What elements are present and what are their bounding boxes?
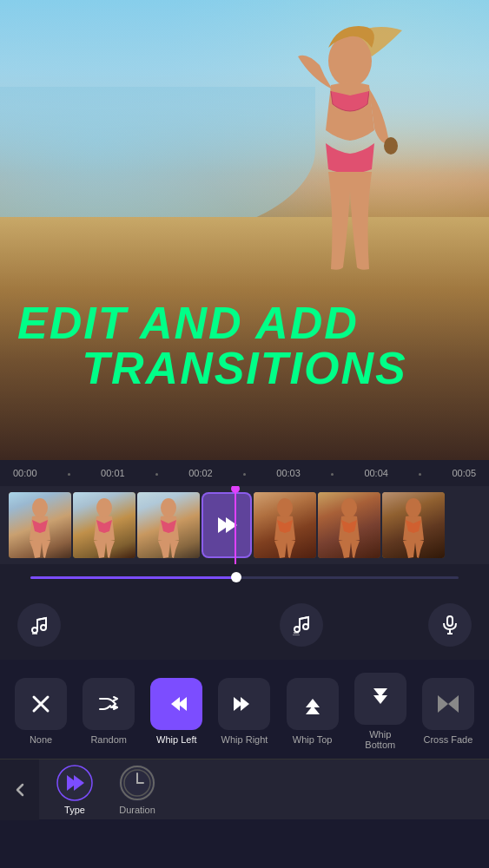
music-icon-2 <box>291 615 312 635</box>
svg-point-8 <box>341 498 357 517</box>
timeline-area: 00:00 00:01 00:02 00:03 00:04 00:05 <box>0 460 489 660</box>
transition-whip-bottom-label: WhipBottom <box>365 729 395 750</box>
film-clips <box>9 490 445 560</box>
transition-none-label: None <box>30 734 52 745</box>
transition-whip-right-btn[interactable] <box>218 678 270 730</box>
duration-clock-icon <box>119 765 155 801</box>
film-clip-4[interactable] <box>254 492 316 558</box>
svg-point-2 <box>32 498 48 517</box>
video-preview: EDIT AND ADD TRANSITIONS <box>0 0 489 460</box>
tab-type-icon <box>56 765 93 801</box>
tab-items: Type Duration <box>39 765 489 815</box>
transition-slot[interactable] <box>202 492 252 558</box>
ruler-mark-4: 00:04 <box>364 468 388 478</box>
film-clip-6[interactable] <box>382 492 445 558</box>
ruler-dot-2 <box>152 468 162 478</box>
transition-whip-bottom-btn[interactable] <box>354 673 406 725</box>
back-button[interactable] <box>0 760 39 820</box>
ruler-dot-5 <box>415 468 425 478</box>
filmstrip[interactable] <box>0 486 489 564</box>
transition-random-btn[interactable] <box>83 678 135 730</box>
film-clip-3[interactable] <box>137 492 200 558</box>
svg-marker-28 <box>448 695 459 713</box>
transition-whip-right[interactable]: Whip Right <box>216 678 273 745</box>
transition-none-btn[interactable] <box>15 678 67 730</box>
progress-track[interactable] <box>30 576 459 579</box>
music-icon-1 <box>29 615 50 635</box>
ruler-mark-0: 00:00 <box>13 468 37 478</box>
svg-marker-27 <box>438 695 448 713</box>
back-chevron-icon <box>12 782 28 798</box>
transition-none[interactable]: None <box>13 678 69 745</box>
transition-cross-fade-label: Cross Fade <box>423 734 472 745</box>
progress-thumb[interactable] <box>231 572 241 582</box>
transition-whip-top[interactable]: Whip Top <box>284 678 340 745</box>
progress-bar-area[interactable] <box>0 564 489 590</box>
video-overlay-text: EDIT AND ADD TRANSITIONS <box>17 300 472 391</box>
svg-point-3 <box>96 498 112 517</box>
tab-type[interactable]: Type <box>56 765 93 815</box>
transition-cross-fade-btn[interactable] <box>422 678 474 730</box>
overlay-line2: TRANSITIONS <box>17 345 472 391</box>
transition-whip-right-label: Whip Right <box>221 734 268 745</box>
transition-whip-top-label: Whip Top <box>293 734 333 745</box>
tab-type-label: Type <box>64 805 85 815</box>
timeline-ruler: 00:00 00:01 00:02 00:03 00:04 00:05 <box>0 460 489 486</box>
transition-random[interactable]: Random <box>81 678 137 745</box>
none-x-icon <box>29 692 53 716</box>
cross-fade-icon <box>436 692 460 716</box>
mic-icon <box>439 615 460 635</box>
svg-point-9 <box>406 498 421 517</box>
film-clip-2[interactable] <box>73 492 135 558</box>
transition-random-label: Random <box>90 734 127 745</box>
transition-whip-left[interactable]: Whip Left <box>149 678 205 745</box>
random-icon <box>96 692 121 716</box>
mic-button[interactable] <box>428 603 472 647</box>
ruler-marks: 00:00 00:01 00:02 00:03 00:04 00:05 <box>13 468 476 478</box>
music-button-2[interactable] <box>280 603 323 647</box>
transition-selector: None Random Whip Left <box>0 660 489 759</box>
audio-controls <box>0 590 489 660</box>
ruler-dot-4 <box>327 468 337 478</box>
svg-point-0 <box>328 35 372 87</box>
transition-whip-left-btn[interactable] <box>150 678 202 730</box>
tab-duration-icon <box>119 765 155 801</box>
svg-point-1 <box>384 137 398 155</box>
transition-options: None Random Whip Left <box>0 668 489 754</box>
film-clip-5[interactable] <box>318 492 380 558</box>
ruler-mark-3: 00:03 <box>276 468 301 478</box>
transition-whip-left-label: Whip Left <box>156 734 196 745</box>
tab-duration[interactable]: Duration <box>119 765 155 815</box>
svg-point-4 <box>161 498 176 517</box>
svg-point-7 <box>277 498 293 517</box>
ruler-dot-3 <box>240 468 249 478</box>
film-clip-1[interactable] <box>9 492 71 558</box>
transition-whip-top-btn[interactable] <box>287 678 339 730</box>
ruler-dot-1 <box>64 468 74 478</box>
type-transition-icon <box>56 765 93 801</box>
playhead[interactable] <box>235 486 236 564</box>
whip-left-icon <box>164 692 188 716</box>
whip-top-icon <box>301 692 325 716</box>
whip-right-icon <box>232 692 256 716</box>
ruler-mark-5: 00:05 <box>452 468 476 478</box>
transition-whip-bottom[interactable]: WhipBottom <box>352 673 408 750</box>
whip-bottom-icon <box>368 687 393 711</box>
svg-rect-14 <box>447 616 453 626</box>
ruler-mark-2: 00:02 <box>188 468 213 478</box>
overlay-line1: EDIT AND ADD <box>17 300 472 345</box>
progress-fill <box>30 576 236 579</box>
music-button-1[interactable] <box>17 603 61 647</box>
bottom-tabs: Type Duration <box>0 759 489 819</box>
ruler-mark-1: 00:01 <box>101 468 125 478</box>
transition-cross-fade[interactable]: Cross Fade <box>420 678 476 745</box>
tab-duration-label: Duration <box>119 805 155 815</box>
